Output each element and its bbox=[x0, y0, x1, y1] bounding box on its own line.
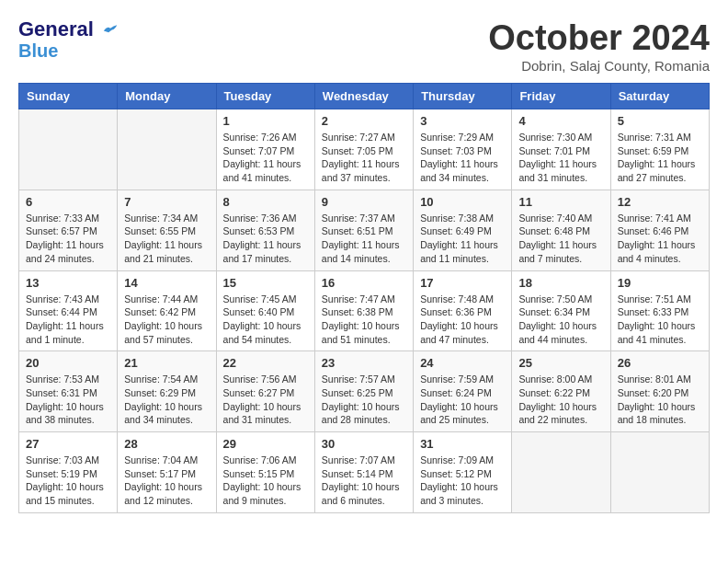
day-info: Sunrise: 7:43 AM Sunset: 6:44 PM Dayligh… bbox=[26, 293, 110, 347]
day-number: 14 bbox=[124, 276, 209, 290]
day-number: 5 bbox=[618, 114, 702, 128]
day-info: Sunrise: 7:27 AM Sunset: 7:05 PM Dayligh… bbox=[322, 131, 406, 185]
calendar-cell: 11Sunrise: 7:40 AM Sunset: 6:48 PM Dayli… bbox=[512, 190, 610, 270]
calendar-cell bbox=[512, 432, 610, 513]
day-info: Sunrise: 7:30 AM Sunset: 7:01 PM Dayligh… bbox=[518, 131, 603, 185]
calendar-cell: 2Sunrise: 7:27 AM Sunset: 7:05 PM Daylig… bbox=[314, 109, 413, 190]
calendar-table: SundayMondayTuesdayWednesdayThursdayFrid… bbox=[18, 83, 710, 513]
calendar-cell: 22Sunrise: 7:56 AM Sunset: 6:27 PM Dayli… bbox=[216, 351, 314, 432]
day-number: 29 bbox=[223, 437, 308, 451]
calendar-cell: 17Sunrise: 7:48 AM Sunset: 6:36 PM Dayli… bbox=[414, 270, 512, 351]
day-number: 13 bbox=[26, 276, 110, 290]
day-number: 22 bbox=[223, 356, 308, 370]
day-number: 8 bbox=[223, 195, 308, 209]
day-number: 16 bbox=[322, 276, 406, 290]
day-number: 21 bbox=[124, 356, 209, 370]
day-info: Sunrise: 7:48 AM Sunset: 6:36 PM Dayligh… bbox=[420, 293, 505, 347]
day-info: Sunrise: 7:38 AM Sunset: 6:49 PM Dayligh… bbox=[420, 212, 505, 266]
day-number: 19 bbox=[618, 276, 702, 290]
month-title: October 2024 bbox=[488, 18, 710, 58]
day-number: 18 bbox=[518, 276, 603, 290]
day-number: 26 bbox=[618, 356, 702, 370]
calendar-cell: 1Sunrise: 7:26 AM Sunset: 7:07 PM Daylig… bbox=[216, 109, 314, 190]
day-info: Sunrise: 7:36 AM Sunset: 6:53 PM Dayligh… bbox=[223, 212, 308, 266]
calendar-cell: 24Sunrise: 7:59 AM Sunset: 6:24 PM Dayli… bbox=[414, 351, 512, 432]
day-number: 20 bbox=[26, 356, 110, 370]
weekday-header-wednesday: Wednesday bbox=[314, 84, 413, 109]
weekday-header-row: SundayMondayTuesdayWednesdayThursdayFrid… bbox=[19, 84, 710, 109]
calendar-week-row: 20Sunrise: 7:53 AM Sunset: 6:31 PM Dayli… bbox=[19, 351, 710, 432]
weekday-header-thursday: Thursday bbox=[414, 84, 512, 109]
day-info: Sunrise: 7:50 AM Sunset: 6:34 PM Dayligh… bbox=[518, 293, 603, 347]
calendar-week-row: 6Sunrise: 7:33 AM Sunset: 6:57 PM Daylig… bbox=[19, 190, 710, 270]
calendar-week-row: 1Sunrise: 7:26 AM Sunset: 7:07 PM Daylig… bbox=[19, 109, 710, 190]
calendar-cell: 31Sunrise: 7:09 AM Sunset: 5:12 PM Dayli… bbox=[414, 432, 512, 513]
calendar-cell: 9Sunrise: 7:37 AM Sunset: 6:51 PM Daylig… bbox=[314, 190, 413, 270]
calendar-week-row: 13Sunrise: 7:43 AM Sunset: 6:44 PM Dayli… bbox=[19, 270, 710, 351]
calendar-cell: 8Sunrise: 7:36 AM Sunset: 6:53 PM Daylig… bbox=[216, 190, 314, 270]
day-info: Sunrise: 7:07 AM Sunset: 5:14 PM Dayligh… bbox=[322, 454, 406, 508]
logo-blue-text: Blue bbox=[18, 40, 58, 61]
day-info: Sunrise: 7:29 AM Sunset: 7:03 PM Dayligh… bbox=[420, 131, 505, 185]
day-info: Sunrise: 8:00 AM Sunset: 6:22 PM Dayligh… bbox=[518, 373, 603, 427]
day-number: 30 bbox=[322, 437, 406, 451]
day-number: 11 bbox=[518, 195, 603, 209]
calendar-cell: 18Sunrise: 7:50 AM Sunset: 6:34 PM Dayli… bbox=[512, 270, 610, 351]
day-number: 17 bbox=[420, 276, 505, 290]
calendar-cell: 21Sunrise: 7:54 AM Sunset: 6:29 PM Dayli… bbox=[118, 351, 216, 432]
calendar-cell: 13Sunrise: 7:43 AM Sunset: 6:44 PM Dayli… bbox=[19, 270, 118, 351]
day-info: Sunrise: 8:01 AM Sunset: 6:20 PM Dayligh… bbox=[618, 373, 702, 427]
logo-text: General bbox=[18, 18, 119, 40]
weekday-header-monday: Monday bbox=[118, 84, 216, 109]
day-info: Sunrise: 7:40 AM Sunset: 6:48 PM Dayligh… bbox=[518, 212, 603, 266]
calendar-cell bbox=[19, 109, 118, 190]
day-info: Sunrise: 7:41 AM Sunset: 6:46 PM Dayligh… bbox=[618, 212, 702, 266]
calendar-cell: 23Sunrise: 7:57 AM Sunset: 6:25 PM Dayli… bbox=[314, 351, 413, 432]
calendar-cell: 30Sunrise: 7:07 AM Sunset: 5:14 PM Dayli… bbox=[314, 432, 413, 513]
day-info: Sunrise: 7:57 AM Sunset: 6:25 PM Dayligh… bbox=[322, 373, 406, 427]
day-info: Sunrise: 7:45 AM Sunset: 6:40 PM Dayligh… bbox=[223, 293, 308, 347]
calendar-cell: 29Sunrise: 7:06 AM Sunset: 5:15 PM Dayli… bbox=[216, 432, 314, 513]
calendar-cell: 27Sunrise: 7:03 AM Sunset: 5:19 PM Dayli… bbox=[19, 432, 118, 513]
day-number: 23 bbox=[322, 356, 406, 370]
day-info: Sunrise: 7:54 AM Sunset: 6:29 PM Dayligh… bbox=[124, 373, 209, 427]
calendar-cell: 19Sunrise: 7:51 AM Sunset: 6:33 PM Dayli… bbox=[610, 270, 709, 351]
day-info: Sunrise: 7:47 AM Sunset: 6:38 PM Dayligh… bbox=[322, 293, 406, 347]
day-info: Sunrise: 7:53 AM Sunset: 6:31 PM Dayligh… bbox=[26, 373, 110, 427]
day-info: Sunrise: 7:09 AM Sunset: 5:12 PM Dayligh… bbox=[420, 454, 505, 508]
calendar-cell: 10Sunrise: 7:38 AM Sunset: 6:49 PM Dayli… bbox=[414, 190, 512, 270]
day-number: 27 bbox=[26, 437, 110, 451]
day-number: 10 bbox=[420, 195, 505, 209]
day-info: Sunrise: 7:44 AM Sunset: 6:42 PM Dayligh… bbox=[124, 293, 209, 347]
page-header: General Blue October 2024 Dobrin, Salaj … bbox=[18, 18, 710, 74]
day-number: 6 bbox=[26, 195, 110, 209]
day-info: Sunrise: 7:04 AM Sunset: 5:17 PM Dayligh… bbox=[124, 454, 209, 508]
weekday-header-friday: Friday bbox=[512, 84, 610, 109]
calendar-cell: 20Sunrise: 7:53 AM Sunset: 6:31 PM Dayli… bbox=[19, 351, 118, 432]
day-number: 28 bbox=[124, 437, 209, 451]
calendar-cell: 28Sunrise: 7:04 AM Sunset: 5:17 PM Dayli… bbox=[118, 432, 216, 513]
day-number: 7 bbox=[124, 195, 209, 209]
day-number: 12 bbox=[618, 195, 702, 209]
calendar-cell: 6Sunrise: 7:33 AM Sunset: 6:57 PM Daylig… bbox=[19, 190, 118, 270]
day-number: 9 bbox=[322, 195, 406, 209]
day-info: Sunrise: 7:51 AM Sunset: 6:33 PM Dayligh… bbox=[618, 293, 702, 347]
day-info: Sunrise: 7:34 AM Sunset: 6:55 PM Dayligh… bbox=[124, 212, 209, 266]
day-number: 24 bbox=[420, 356, 505, 370]
day-number: 3 bbox=[420, 114, 505, 128]
calendar-cell bbox=[610, 432, 709, 513]
calendar-cell: 4Sunrise: 7:30 AM Sunset: 7:01 PM Daylig… bbox=[512, 109, 610, 190]
calendar-cell bbox=[118, 109, 216, 190]
weekday-header-sunday: Sunday bbox=[19, 84, 118, 109]
logo: General Blue bbox=[18, 18, 119, 61]
day-number: 2 bbox=[322, 114, 406, 128]
day-info: Sunrise: 7:56 AM Sunset: 6:27 PM Dayligh… bbox=[223, 373, 308, 427]
calendar-cell: 16Sunrise: 7:47 AM Sunset: 6:38 PM Dayli… bbox=[314, 270, 413, 351]
day-info: Sunrise: 7:59 AM Sunset: 6:24 PM Dayligh… bbox=[420, 373, 505, 427]
location-subtitle: Dobrin, Salaj County, Romania bbox=[488, 58, 710, 74]
calendar-cell: 5Sunrise: 7:31 AM Sunset: 6:59 PM Daylig… bbox=[610, 109, 709, 190]
calendar-cell: 12Sunrise: 7:41 AM Sunset: 6:46 PM Dayli… bbox=[610, 190, 709, 270]
day-number: 31 bbox=[420, 437, 505, 451]
calendar-cell: 15Sunrise: 7:45 AM Sunset: 6:40 PM Dayli… bbox=[216, 270, 314, 351]
day-number: 1 bbox=[223, 114, 308, 128]
